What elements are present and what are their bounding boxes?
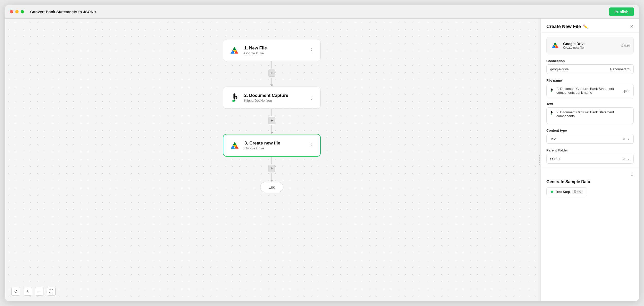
connection-value: google-drive [550, 67, 569, 71]
connection-field: Connection google-drive Reconnect ⇅ [546, 59, 634, 74]
content-type-label: Content type [546, 129, 634, 132]
connector-line-2b [272, 125, 272, 132]
node-1-title: 1. New File [244, 46, 304, 51]
text-field: Text 2. Document Capture: Bank Statement… [546, 102, 634, 124]
publish-button[interactable]: Publish [609, 7, 634, 16]
window-title-area[interactable]: Convert Bank Statements to JSON ▾ [30, 10, 96, 14]
node-2-title: 2. Document Capture [244, 93, 304, 98]
folder-chevron-down-icon: ⌄ [627, 157, 630, 160]
node-1-info: 1. New File Google Drive [244, 46, 304, 55]
parent-folder-label: Parent Folder [546, 148, 634, 152]
connector-arrow-2 [270, 132, 273, 134]
service-icon [550, 40, 560, 51]
generate-title: Generate Sample Data [546, 180, 634, 184]
text-value: 2. Document Capture: Bank Statement comp… [556, 110, 630, 118]
refresh-button[interactable]: ↺ [11, 287, 20, 296]
panel-resize-handle[interactable] [538, 19, 541, 301]
add-step-button-1[interactable]: + [268, 70, 275, 77]
filename-suffix: .json [623, 89, 630, 93]
node-3-menu[interactable]: ⋮ [308, 141, 315, 149]
reconnect-button[interactable]: Reconnect ⇅ [610, 67, 630, 71]
svg-point-24 [551, 91, 552, 92]
google-drive-icon-3 [229, 140, 240, 151]
svg-point-27 [551, 114, 552, 115]
title-dropdown-arrow: ▾ [95, 10, 96, 14]
filename-value: 2. Document Capture: Bank Statement comp… [556, 87, 621, 95]
test-step-label: Test Step [555, 190, 570, 194]
node-2-info: 2. Document Capture Klippa DocHorizon [244, 93, 304, 103]
panel-close-button[interactable]: ✕ [630, 24, 634, 29]
connector-line-3 [272, 157, 272, 164]
klippa-icon [229, 92, 240, 103]
node-2-sub: Klippa DocHorizon [244, 99, 304, 103]
parent-folder-select[interactable]: Output ✕ ⌄ [546, 154, 634, 164]
add-step-button-3[interactable]: + [268, 165, 275, 172]
connector-line-1b [272, 78, 272, 85]
minimize-button[interactable] [15, 10, 19, 13]
end-node: End [260, 182, 283, 192]
svg-marker-19 [554, 42, 557, 45]
svg-marker-4 [233, 47, 236, 50]
node-2-menu[interactable]: ⋮ [308, 94, 315, 101]
service-sub: Create new file [563, 46, 617, 49]
svg-point-9 [232, 100, 235, 102]
flow-node-2[interactable]: 2. Document Capture Klippa DocHorizon ⋮ [223, 87, 321, 109]
panel-body: Google Drive Create new file v0.5.30 Con… [541, 33, 639, 168]
service-version: v0.5.30 [621, 44, 630, 47]
grid-dots-icon: ⠿ [631, 172, 634, 177]
node-1-menu[interactable]: ⋮ [308, 46, 315, 54]
connection-box[interactable]: google-drive Reconnect ⇅ [546, 64, 634, 74]
text-input[interactable]: 2. Document Capture: Bank Statement comp… [546, 107, 634, 124]
zoom-out-button[interactable]: − [35, 287, 44, 296]
flow-container: 1. New File Google Drive ⋮ + [223, 39, 321, 192]
connector-line-1 [272, 61, 272, 69]
content-type-value: Text [550, 137, 556, 141]
connector-arrow-3 [270, 180, 273, 182]
maximize-button[interactable] [21, 10, 24, 13]
content-type-select[interactable]: Text ✕ ⌄ [546, 134, 634, 144]
workflow-canvas[interactable]: 1. New File Google Drive ⋮ + [5, 19, 538, 301]
filename-label: File name [546, 79, 634, 82]
connector-3: + [268, 157, 275, 182]
node-3-sub: Google Drive [244, 146, 304, 150]
service-name: Google Drive [563, 42, 617, 46]
connector-line-2 [272, 109, 272, 116]
filename-input[interactable]: 2. Document Capture: Bank Statement comp… [546, 84, 634, 97]
chevron-down-icon: ⌄ [627, 137, 630, 141]
add-step-button-2[interactable]: + [268, 117, 275, 124]
close-button[interactable] [10, 10, 13, 13]
node-1-sub: Google Drive [244, 51, 304, 55]
parent-folder-field: Parent Folder Output ✕ ⌄ [546, 148, 634, 164]
flow-node-3[interactable]: 3. Create new file Google Drive ⋮ [223, 134, 321, 157]
fit-button[interactable]: ⛶ [47, 287, 56, 296]
node-3-info: 3. Create new file Google Drive [244, 141, 304, 150]
resize-dots [539, 155, 540, 165]
parent-folder-controls: ✕ ⌄ [623, 157, 630, 161]
canvas-controls: ↺ + − ⛶ [11, 287, 56, 296]
connector-1: + [268, 61, 275, 87]
folder-clear-icon[interactable]: ✕ [623, 157, 626, 161]
node-3-title: 3. Create new file [244, 141, 304, 146]
service-info: Google Drive Create new file [563, 42, 617, 49]
test-step-button[interactable]: Test Step ⌘ + G [546, 187, 587, 196]
panel-title-area: Create New File ✏️ [546, 24, 588, 29]
content-type-field: Content type Text ✕ ⌄ [546, 129, 634, 144]
zoom-in-button[interactable]: + [23, 287, 32, 296]
app-window: Convert Bank Statements to JSON ▾ Publis… [5, 5, 639, 301]
service-card: Google Drive Create new file v0.5.30 [546, 37, 634, 54]
filename-field: File name 2. Document Capture: Bank Stat… [546, 79, 634, 97]
flow-node-1[interactable]: 1. New File Google Drive ⋮ [223, 39, 321, 61]
klippa-inline-icon-2 [550, 111, 554, 116]
klippa-inline-icon [550, 88, 554, 94]
connection-label: Connection [546, 59, 634, 63]
edit-icon[interactable]: ✏️ [583, 24, 588, 29]
parent-folder-value: Output [550, 157, 560, 161]
test-step-dot [551, 191, 553, 193]
text-label: Text [546, 102, 634, 106]
titlebar: Convert Bank Statements to JSON ▾ Publis… [5, 5, 639, 19]
panel-title-text: Create New File [546, 24, 581, 29]
shortcut-badge: ⌘ + G [572, 190, 583, 194]
main-area: 1. New File Google Drive ⋮ + [5, 19, 639, 301]
connector-arrow-1 [270, 84, 273, 87]
clear-icon[interactable]: ✕ [623, 137, 626, 141]
